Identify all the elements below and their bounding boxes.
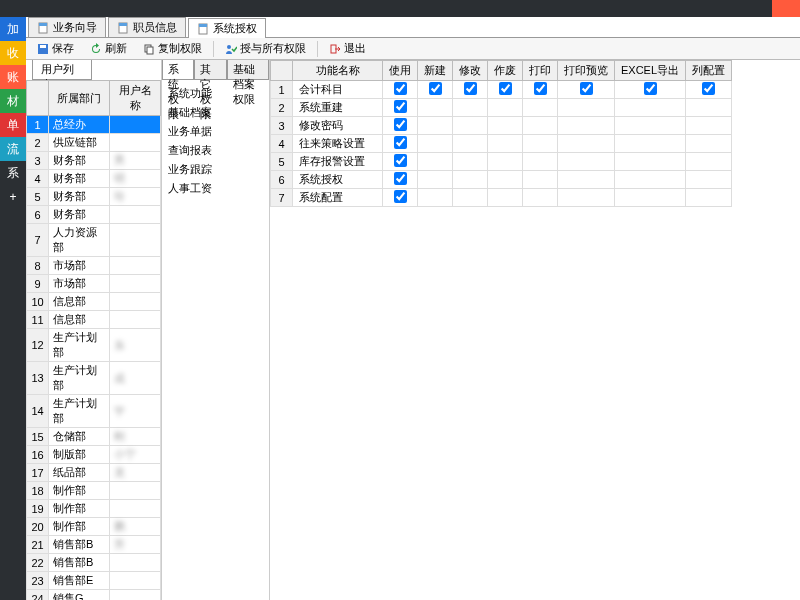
perm-header[interactable]: 打印预览 [558, 61, 615, 81]
perm-header[interactable]: 功能名称 [293, 61, 383, 81]
perm-checkbox[interactable] [394, 100, 407, 113]
perm-check-cell[interactable] [558, 189, 615, 207]
perm-check-cell[interactable] [615, 153, 686, 171]
user-row[interactable]: 6财务部 [27, 206, 161, 224]
perm-check-cell[interactable] [383, 171, 418, 189]
perm-checkbox[interactable] [394, 154, 407, 167]
topbar-hot-button[interactable] [772, 0, 800, 17]
perm-check-cell[interactable] [686, 171, 732, 189]
perm-row[interactable]: 5库存报警设置 [271, 153, 732, 171]
perm-check-cell[interactable] [686, 99, 732, 117]
nav-item-材[interactable]: 材 [0, 89, 26, 113]
tab-业务向导[interactable]: 业务向导 [28, 17, 106, 37]
perm-row[interactable]: 6系统授权 [271, 171, 732, 189]
perm-check-cell[interactable] [523, 171, 558, 189]
perm-check-cell[interactable] [453, 135, 488, 153]
perm-header[interactable]: 列配置 [686, 61, 732, 81]
perm-row[interactable]: 3修改密码 [271, 117, 732, 135]
refresh-button[interactable]: 刷新 [83, 38, 134, 59]
perm-check-cell[interactable] [383, 135, 418, 153]
user-row[interactable]: 14生产计划部宇 [27, 395, 161, 428]
perm-checkbox[interactable] [394, 190, 407, 203]
perm-check-cell[interactable] [523, 81, 558, 99]
user-row[interactable]: 8市场部 [27, 257, 161, 275]
user-dept-header[interactable]: 所属部门 [49, 81, 110, 116]
perm-checkbox[interactable] [394, 172, 407, 185]
user-name-header[interactable]: 用户名称 [110, 81, 161, 116]
perm-header[interactable]: EXCEL导出 [615, 61, 686, 81]
user-row[interactable]: 22销售部B [27, 554, 161, 572]
perm-check-cell[interactable] [488, 99, 523, 117]
perm-check-cell[interactable] [558, 135, 615, 153]
perm-row[interactable]: 4往来策略设置 [271, 135, 732, 153]
perm-check-cell[interactable] [383, 81, 418, 99]
perm-check-cell[interactable] [418, 135, 453, 153]
perm-checkbox[interactable] [394, 118, 407, 131]
grant-all-button[interactable]: 授与所有权限 [218, 38, 313, 59]
perm-check-cell[interactable] [418, 189, 453, 207]
perm-check-cell[interactable] [686, 189, 732, 207]
perm-check-cell[interactable] [418, 99, 453, 117]
nav-item-加[interactable]: 加 [0, 17, 26, 41]
cat-tab-基础档案权限[interactable]: 基础档案权限 [227, 60, 269, 80]
user-row[interactable]: 2供应链部 [27, 134, 161, 152]
perm-check-cell[interactable] [418, 153, 453, 171]
cat-item[interactable]: 系统功能 [164, 84, 267, 103]
user-row[interactable]: 24销售G [27, 590, 161, 601]
perm-check-cell[interactable] [558, 117, 615, 135]
nav-item-+[interactable]: + [0, 185, 26, 209]
perm-check-cell[interactable] [418, 81, 453, 99]
permission-grid[interactable]: 功能名称使用新建修改作废打印打印预览EXCEL导出列配置1会计科目2系统重建3修… [270, 60, 732, 207]
user-row[interactable]: 5财务部玲 [27, 188, 161, 206]
nav-item-收[interactable]: 收 [0, 41, 26, 65]
perm-check-cell[interactable] [488, 153, 523, 171]
perm-check-cell[interactable] [615, 81, 686, 99]
perm-checkbox[interactable] [429, 82, 442, 95]
perm-checkbox[interactable] [394, 82, 407, 95]
perm-check-cell[interactable] [615, 99, 686, 117]
perm-checkbox[interactable] [534, 82, 547, 95]
user-row[interactable]: 13生产计划部成 [27, 362, 161, 395]
tab-职员信息[interactable]: 职员信息 [108, 17, 186, 37]
user-row[interactable]: 4财务部明 [27, 170, 161, 188]
perm-header[interactable]: 修改 [453, 61, 488, 81]
perm-check-cell[interactable] [453, 99, 488, 117]
topbar-item[interactable] [84, 0, 112, 17]
perm-row[interactable]: 7系统配置 [271, 189, 732, 207]
perm-check-cell[interactable] [383, 189, 418, 207]
user-row[interactable]: 20制作部鹏 [27, 518, 161, 536]
user-row[interactable]: 19制作部 [27, 500, 161, 518]
perm-check-cell[interactable] [686, 153, 732, 171]
cat-tab-系统权限[interactable]: 系统权限 [162, 60, 194, 80]
perm-checkbox[interactable] [580, 82, 593, 95]
perm-check-cell[interactable] [418, 117, 453, 135]
user-row[interactable]: 16制版部小宁 [27, 446, 161, 464]
user-row[interactable]: 11信息部 [27, 311, 161, 329]
perm-header[interactable]: 作废 [488, 61, 523, 81]
perm-row[interactable]: 2系统重建 [271, 99, 732, 117]
cat-item[interactable]: 基础档案 [164, 103, 267, 122]
user-row[interactable]: 9市场部 [27, 275, 161, 293]
user-row[interactable]: 10信息部 [27, 293, 161, 311]
perm-check-cell[interactable] [558, 81, 615, 99]
user-grid[interactable]: 所属部门 用户名称 1总经办2供应链部3财务部男4财务部明5财务部玲6财务部7人… [26, 80, 161, 600]
topbar-item[interactable] [56, 0, 84, 17]
perm-checkbox[interactable] [702, 82, 715, 95]
perm-check-cell[interactable] [453, 117, 488, 135]
topbar-item[interactable] [28, 0, 56, 17]
tab-系统授权[interactable]: 系统授权 [188, 18, 266, 38]
perm-check-cell[interactable] [523, 99, 558, 117]
user-row[interactable]: 7人力资源部 [27, 224, 161, 257]
cat-item[interactable]: 业务单据 [164, 122, 267, 141]
perm-check-cell[interactable] [558, 171, 615, 189]
perm-check-cell[interactable] [488, 171, 523, 189]
perm-check-cell[interactable] [686, 81, 732, 99]
perm-check-cell[interactable] [488, 135, 523, 153]
topbar-item[interactable] [112, 0, 140, 17]
perm-check-cell[interactable] [615, 135, 686, 153]
perm-check-cell[interactable] [488, 189, 523, 207]
perm-header[interactable]: 新建 [418, 61, 453, 81]
perm-check-cell[interactable] [488, 81, 523, 99]
exit-button[interactable]: 退出 [322, 38, 373, 59]
user-row[interactable]: 21销售部B芳 [27, 536, 161, 554]
